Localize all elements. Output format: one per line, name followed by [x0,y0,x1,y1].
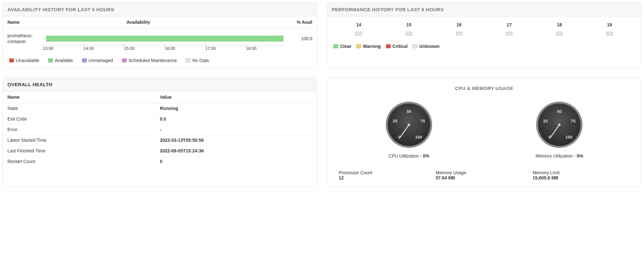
cpu-memory-panel: CPU & MEMORY USAGE 0 25 [327,77,641,187]
perf-hour: 15 [384,22,434,27]
legend-no-data: No Data [186,58,209,63]
cpu-gauge-block: 0 25 50 75 100 CPU Utilization - 0% [385,101,433,159]
perf-hour: 17 [484,22,534,27]
performance-legend: Clear Warning Critical Unknown [334,44,635,49]
perf-hour: 18 [534,22,584,27]
legend-warning: Warning [356,44,381,49]
health-row-started: Latest Started Time 2022-03-13T05:50:56 [3,135,317,146]
legend-available: Available [48,58,73,63]
resource-name: prometheus-container [7,33,43,44]
svg-point-8 [408,123,410,126]
legend-clear: Clear [334,44,351,49]
perf-hour: 19 [584,22,635,27]
availability-legend: Unavailable Available Unmanaged Schedule… [3,52,317,68]
swatch-icon [334,44,338,48]
health-title: OVERALL HEALTH [3,78,317,91]
cpu-gauge: 0 25 50 75 100 [385,101,433,149]
perf-status-box[interactable] [406,32,412,35]
legend-unmanaged: Unmanaged [82,58,113,63]
svg-point-17 [558,123,561,126]
health-columns: Name Value [3,91,317,103]
cpu-gauge-label: CPU Utilization - 0% [385,153,433,159]
health-row-state: State Running [3,103,317,114]
col-value: Value [160,95,313,100]
svg-text:100: 100 [415,135,422,140]
svg-text:50: 50 [557,109,562,114]
perf-hour: 14 [334,22,384,27]
axis-tick: 17:00 [205,46,246,52]
availability-bar-wrap [43,36,287,41]
availability-columns: Name Availability % Avail [3,16,317,28]
col-name: Name [7,95,160,100]
availability-pct: 100.0 [287,36,312,41]
swatch-icon [122,59,127,62]
memory-gauge-block: 0 25 50 75 100 Memory Utilization - 0% [535,101,583,159]
svg-text:25: 25 [543,119,548,123]
legend-scheduled-maintenance: Scheduled Maintenance [122,58,177,63]
axis-tick: 14:00 [83,46,124,52]
health-row-finished: Last Finished Time 2022-09-05T15:24:36 [3,146,317,156]
performance-title: PERFORMANCE HISTORY FOR LAST 6 HOURS [327,3,641,16]
axis-tick: 13:00 [43,46,83,52]
memory-gauge-label: Memory Utilization - 0% [535,153,583,159]
cpu-memory-title: CPU & MEMORY USAGE [334,86,635,91]
swatch-icon [413,44,417,48]
memory-gauge: 0 25 50 75 100 [535,101,583,149]
col-pct: % Avail [287,20,312,25]
axis-tick: 15:00 [124,46,165,52]
swatch-icon [9,59,14,62]
perf-status-box[interactable] [556,32,563,35]
stat-memory-usage: Memory Usage 57.64 MB [436,170,533,180]
cpu-stats-row: Processor Count 12 Memory Usage 57.64 MB… [334,170,635,180]
swatch-icon [48,59,53,62]
col-availability: Availability [43,20,287,25]
swatch-icon [356,44,361,48]
svg-text:75: 75 [421,119,425,123]
swatch-icon [386,44,391,48]
performance-boxes [334,32,635,35]
health-row-error: Error - [3,124,317,135]
health-row-restart: Restart Count 0 [3,156,317,167]
svg-text:100: 100 [565,135,573,140]
legend-critical: Critical [386,44,408,49]
performance-hours: 14 15 16 17 18 19 [334,22,635,27]
swatch-icon [82,59,87,62]
swatch-icon [186,59,190,62]
health-row-exitcode: Exit Code 0.0 [3,114,317,124]
availability-panel: AVAILABILITY HISTORY FOR LAST 6 HOURS Na… [3,3,317,68]
health-panel: OVERALL HEALTH Name Value State Running … [3,77,317,187]
legend-unavailable: Unavailable [9,58,39,63]
stat-memory-limit: Memory Limit 15,605.6 MB [533,170,630,180]
col-name: Name [7,20,43,25]
svg-text:25: 25 [393,119,397,123]
perf-status-box[interactable] [355,32,362,35]
availability-row: prometheus-container 100.0 [3,28,317,46]
axis-tick: 16:00 [165,46,205,52]
stat-processor-count: Processor Count 12 [339,170,436,180]
svg-text:50: 50 [407,109,411,114]
perf-status-box[interactable] [456,32,462,35]
svg-text:75: 75 [571,119,575,123]
availability-bar [46,36,283,41]
perf-status-box[interactable] [606,32,613,35]
availability-title: AVAILABILITY HISTORY FOR LAST 6 HOURS [3,3,317,16]
perf-hour: 16 [434,22,484,27]
availability-axis: 13:00 14:00 15:00 16:00 17:00 18:00 [43,46,287,52]
perf-status-box[interactable] [506,32,512,35]
performance-panel: PERFORMANCE HISTORY FOR LAST 6 HOURS 14 … [327,3,641,68]
legend-unknown: Unknown [413,44,440,49]
axis-tick: 18:00 [246,46,287,52]
